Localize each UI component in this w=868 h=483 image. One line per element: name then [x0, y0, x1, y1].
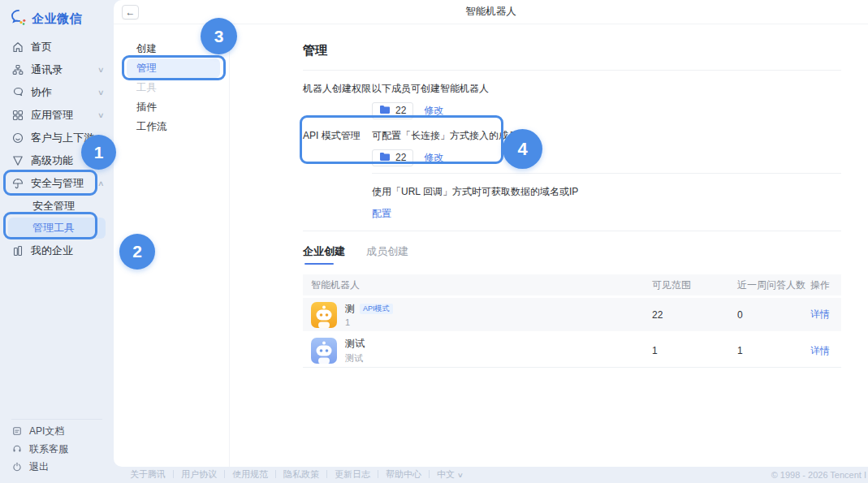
apps-grid-icon: [11, 110, 24, 122]
sidebar-item-label: 联系客服: [29, 442, 68, 456]
content-shell: ← 智能机器人 创建 管理 工具 插件 工作流 管理 机器人创建权限 以下成员可…: [114, 0, 868, 467]
chevron-down-icon: ∨: [97, 88, 105, 97]
main-content: 管理 机器人创建权限 以下成员可创建智能机器人 22 修改 API 模式管理 可…: [230, 25, 868, 467]
sidebar-item-logout[interactable]: 退出: [0, 458, 114, 476]
sidebar-item-support[interactable]: 联系客服: [0, 440, 114, 458]
member-count: 22: [395, 105, 406, 116]
sidebar-item-label: API文档: [29, 425, 64, 438]
robot-table: 智能机器人 可见范围 近一周问答人数 操作 测 API模式 1: [303, 274, 841, 368]
setting-description: 以下成员可创建智能机器人: [372, 82, 489, 95]
robot-name: 测试: [345, 337, 365, 351]
main-sidebar: 企业微信 首页 通讯录 ∨ 协作 ∨ 应用管理 ∨ 客户与上下游 ∨ 高级功能 …: [0, 0, 114, 483]
chevron-down-icon: ∨: [97, 111, 105, 119]
setting-description: 可配置「长连接」方式接入的成员: [372, 129, 518, 142]
details-link[interactable]: 详情: [810, 345, 830, 356]
robot-name: 测: [345, 302, 355, 316]
caret-down-icon: ∨: [457, 472, 464, 479]
sidebar-item-label: 管理工具: [32, 221, 75, 235]
robot-subtitle: 测试: [345, 352, 365, 364]
column-header: 操作: [810, 278, 841, 292]
security-umbrella-icon: [11, 178, 24, 190]
member-scope-chip[interactable]: 22: [372, 102, 413, 119]
setting-label: [303, 185, 372, 221]
back-arrow-icon: ←: [126, 6, 136, 18]
footer: 关于腾讯 用户协议 使用规范 隐私政策 更新日志 帮助中心 中文∨: [130, 468, 463, 481]
visible-scope-value: 22: [652, 309, 737, 321]
details-link[interactable]: 详情: [810, 308, 830, 320]
footer-link[interactable]: 隐私政策: [283, 468, 319, 481]
back-button[interactable]: ←: [122, 5, 139, 19]
secondary-item-workflow[interactable]: 工作流: [114, 117, 229, 136]
sidebar-item-label: 首页: [31, 40, 52, 54]
sidebar-item-home[interactable]: 首页: [0, 36, 114, 58]
secondary-sidebar: 创建 管理 工具 插件 工作流: [114, 25, 230, 467]
power-icon: [11, 461, 22, 473]
robot-subtitle: 1: [345, 317, 393, 327]
sidebar-item-my-company[interactable]: 我的企业: [0, 239, 114, 262]
weekly-users-value: 0: [737, 309, 810, 321]
sidebar-item-collaboration[interactable]: 协作 ∨: [0, 81, 114, 104]
sidebar-item-label: 客户与上下游: [31, 131, 94, 145]
sidebar-item-label: 高级功能: [31, 153, 73, 168]
member-scope-chip[interactable]: 22: [372, 149, 413, 166]
home-icon: [11, 41, 24, 54]
sidebar-item-label: 应用管理: [31, 108, 73, 123]
sidebar-item-label: 退出: [29, 460, 49, 474]
tab-company-created[interactable]: 企业创建: [303, 244, 345, 265]
footer-link[interactable]: 帮助中心: [386, 468, 421, 481]
chevron-down-icon: ∨: [97, 66, 105, 74]
page-title: 智能机器人: [465, 5, 516, 19]
setting-label: 机器人创建权限: [303, 82, 372, 119]
advanced-features-icon: [11, 155, 24, 167]
creation-tabs: 企业创建 成员创建: [303, 244, 841, 265]
configure-link[interactable]: 配置: [372, 208, 391, 219]
sidebar-item-contacts[interactable]: 通讯录 ∨: [0, 58, 114, 81]
tab-member-created[interactable]: 成员创建: [366, 244, 408, 265]
footer-link[interactable]: 关于腾讯: [130, 468, 166, 481]
folder-icon: [379, 150, 391, 165]
language-selector[interactable]: 中文∨: [437, 468, 463, 481]
sidebar-item-label: 安全管理: [32, 199, 75, 213]
divider: [303, 231, 841, 231]
sidebar-item-apps[interactable]: 应用管理 ∨: [0, 104, 114, 127]
table-row: 测 API模式 1 22 0 详情: [303, 298, 841, 331]
modify-link[interactable]: 修改: [424, 104, 443, 118]
table-row: 测试 测试 1 1 详情: [303, 334, 841, 368]
secondary-item-create[interactable]: 创建: [114, 39, 229, 58]
brand-name: 企业微信: [32, 11, 82, 27]
setting-url-callback: 使用「URL 回调」方式时可获取数据的域名或IP 配置: [303, 185, 841, 221]
sidebar-item-management-tools[interactable]: 管理工具: [8, 218, 106, 239]
folder-icon: [379, 103, 391, 118]
sidebar-item-advanced[interactable]: 高级功能: [0, 149, 114, 172]
setting-description: 使用「URL 回调」方式时可获取数据的域名或IP: [372, 185, 578, 198]
table-header: 智能机器人 可见范围 近一周问答人数 操作: [303, 274, 841, 295]
member-count: 22: [395, 152, 406, 163]
sidebar-item-label: 安全与管理: [31, 176, 84, 191]
sidebar-item-label: 我的企业: [31, 244, 73, 258]
sidebar-item-api-docs[interactable]: API文档: [0, 422, 114, 440]
wecom-logo-icon: [10, 8, 28, 29]
footer-link[interactable]: 更新日志: [335, 468, 370, 481]
robot-avatar: [311, 302, 337, 328]
wecom-logo[interactable]: 企业微信: [10, 8, 114, 29]
chevron-up-icon: ∧: [97, 179, 105, 188]
footer-link[interactable]: 用户协议: [181, 468, 217, 481]
sidebar-item-security[interactable]: 安全管理: [0, 195, 114, 217]
robot-avatar: [311, 338, 337, 364]
secondary-item-plugins[interactable]: 插件: [114, 97, 229, 117]
sidebar-item-security-management[interactable]: 安全与管理 ∧: [0, 172, 114, 195]
footer-link[interactable]: 使用规范: [232, 468, 268, 481]
secondary-item-manage[interactable]: 管理: [127, 58, 220, 78]
api-mode-badge: API模式: [360, 304, 393, 314]
sidebar-item-customers[interactable]: 客户与上下游 ∨: [0, 127, 114, 149]
divider: [372, 173, 841, 174]
visible-scope-value: 1: [652, 345, 737, 356]
setting-label: API 模式管理: [303, 129, 372, 166]
sidebar-divider: [11, 419, 102, 420]
topbar: ← 智能机器人: [114, 0, 868, 24]
modify-link[interactable]: 修改: [424, 151, 443, 165]
column-header: 可见范围: [652, 278, 737, 292]
chevron-down-icon: ∨: [97, 134, 105, 142]
column-header: 近一周问答人数: [737, 278, 810, 292]
api-docs-icon: [11, 425, 22, 438]
